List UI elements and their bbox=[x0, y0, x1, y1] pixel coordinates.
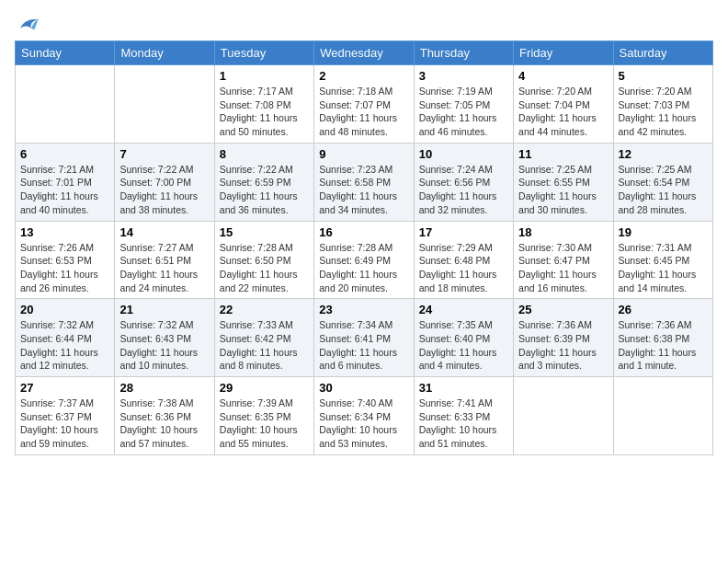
day-number: 28 bbox=[119, 381, 209, 395]
weekday-header: Monday bbox=[115, 41, 214, 65]
weekday-header: Saturday bbox=[613, 41, 712, 65]
calendar-cell: 13Sunrise: 7:26 AM Sunset: 6:53 PM Dayli… bbox=[16, 221, 115, 299]
calendar-cell: 24Sunrise: 7:35 AM Sunset: 6:40 PM Dayli… bbox=[414, 299, 513, 377]
weekday-header: Wednesday bbox=[314, 41, 414, 65]
day-number: 5 bbox=[619, 69, 708, 83]
day-number: 15 bbox=[220, 225, 309, 239]
weekday-header: Tuesday bbox=[214, 41, 313, 65]
calendar-cell: 7Sunrise: 7:22 AM Sunset: 7:00 PM Daylig… bbox=[115, 143, 214, 221]
calendar-cell: 29Sunrise: 7:39 AM Sunset: 6:35 PM Dayli… bbox=[214, 377, 313, 455]
calendar-cell: 4Sunrise: 7:20 AM Sunset: 7:04 PM Daylig… bbox=[514, 65, 613, 144]
calendar-cell: 18Sunrise: 7:30 AM Sunset: 6:47 PM Dayli… bbox=[514, 221, 613, 299]
calendar-cell bbox=[16, 65, 115, 144]
calendar-cell: 11Sunrise: 7:25 AM Sunset: 6:55 PM Dayli… bbox=[514, 143, 613, 221]
calendar-cell: 17Sunrise: 7:29 AM Sunset: 6:48 PM Dayli… bbox=[414, 221, 513, 299]
day-number: 29 bbox=[220, 381, 309, 395]
day-number: 3 bbox=[419, 69, 508, 83]
day-number: 14 bbox=[119, 225, 209, 239]
weekday-header: Sunday bbox=[16, 41, 115, 65]
calendar-cell: 26Sunrise: 7:36 AM Sunset: 6:38 PM Dayli… bbox=[613, 299, 712, 377]
cell-content: Sunrise: 7:23 AM Sunset: 6:58 PM Dayligh… bbox=[319, 163, 408, 217]
cell-content: Sunrise: 7:24 AM Sunset: 6:56 PM Dayligh… bbox=[419, 163, 508, 217]
calendar-cell: 16Sunrise: 7:28 AM Sunset: 6:49 PM Dayli… bbox=[314, 221, 414, 299]
cell-content: Sunrise: 7:38 AM Sunset: 6:36 PM Dayligh… bbox=[119, 396, 209, 451]
cell-content: Sunrise: 7:37 AM Sunset: 6:37 PM Dayligh… bbox=[20, 396, 109, 451]
day-number: 21 bbox=[119, 303, 209, 316]
calendar-cell: 19Sunrise: 7:31 AM Sunset: 6:45 PM Dayli… bbox=[613, 221, 712, 299]
logo bbox=[15, 15, 39, 33]
cell-content: Sunrise: 7:18 AM Sunset: 7:07 PM Dayligh… bbox=[319, 85, 408, 139]
calendar-cell: 28Sunrise: 7:38 AM Sunset: 6:36 PM Dayli… bbox=[115, 377, 214, 455]
weekday-header: Friday bbox=[514, 41, 613, 65]
cell-content: Sunrise: 7:22 AM Sunset: 6:59 PM Dayligh… bbox=[220, 163, 309, 217]
day-number: 4 bbox=[518, 69, 608, 83]
cell-content: Sunrise: 7:35 AM Sunset: 6:40 PM Dayligh… bbox=[419, 318, 508, 373]
cell-content: Sunrise: 7:28 AM Sunset: 6:50 PM Dayligh… bbox=[220, 241, 309, 295]
cell-content: Sunrise: 7:17 AM Sunset: 7:08 PM Dayligh… bbox=[220, 85, 309, 139]
cell-content: Sunrise: 7:31 AM Sunset: 6:45 PM Dayligh… bbox=[619, 241, 708, 295]
day-number: 17 bbox=[419, 225, 508, 239]
calendar-cell: 14Sunrise: 7:27 AM Sunset: 6:51 PM Dayli… bbox=[115, 221, 214, 299]
day-number: 13 bbox=[20, 225, 109, 239]
calendar-cell: 5Sunrise: 7:20 AM Sunset: 7:03 PM Daylig… bbox=[613, 65, 712, 144]
cell-content: Sunrise: 7:22 AM Sunset: 7:00 PM Dayligh… bbox=[119, 163, 209, 217]
day-number: 24 bbox=[419, 303, 508, 316]
calendar-header-row: SundayMondayTuesdayWednesdayThursdayFrid… bbox=[16, 41, 713, 65]
day-number: 9 bbox=[319, 147, 408, 161]
calendar-cell bbox=[613, 377, 712, 455]
calendar-cell: 2Sunrise: 7:18 AM Sunset: 7:07 PM Daylig… bbox=[314, 65, 414, 144]
day-number: 19 bbox=[619, 225, 708, 239]
cell-content: Sunrise: 7:25 AM Sunset: 6:55 PM Dayligh… bbox=[518, 163, 608, 217]
calendar-cell bbox=[514, 377, 613, 455]
day-number: 31 bbox=[419, 381, 508, 395]
calendar-cell: 1Sunrise: 7:17 AM Sunset: 7:08 PM Daylig… bbox=[214, 65, 313, 144]
cell-content: Sunrise: 7:41 AM Sunset: 6:33 PM Dayligh… bbox=[419, 396, 508, 451]
calendar-cell: 22Sunrise: 7:33 AM Sunset: 6:42 PM Dayli… bbox=[214, 299, 313, 377]
cell-content: Sunrise: 7:33 AM Sunset: 6:42 PM Dayligh… bbox=[220, 318, 309, 373]
day-number: 25 bbox=[518, 303, 608, 316]
calendar-cell: 10Sunrise: 7:24 AM Sunset: 6:56 PM Dayli… bbox=[414, 143, 513, 221]
calendar-cell: 25Sunrise: 7:36 AM Sunset: 6:39 PM Dayli… bbox=[514, 299, 613, 377]
calendar-week-row: 6Sunrise: 7:21 AM Sunset: 7:01 PM Daylig… bbox=[16, 143, 713, 221]
cell-content: Sunrise: 7:40 AM Sunset: 6:34 PM Dayligh… bbox=[319, 396, 408, 451]
cell-content: Sunrise: 7:19 AM Sunset: 7:05 PM Dayligh… bbox=[419, 85, 508, 139]
cell-content: Sunrise: 7:30 AM Sunset: 6:47 PM Dayligh… bbox=[518, 241, 608, 295]
calendar-week-row: 1Sunrise: 7:17 AM Sunset: 7:08 PM Daylig… bbox=[16, 65, 713, 144]
calendar-table: SundayMondayTuesdayWednesdayThursdayFrid… bbox=[15, 40, 713, 455]
calendar-cell bbox=[115, 65, 214, 144]
calendar-cell: 6Sunrise: 7:21 AM Sunset: 7:01 PM Daylig… bbox=[16, 143, 115, 221]
day-number: 26 bbox=[619, 303, 708, 316]
day-number: 2 bbox=[319, 69, 408, 83]
cell-content: Sunrise: 7:39 AM Sunset: 6:35 PM Dayligh… bbox=[220, 396, 309, 451]
cell-content: Sunrise: 7:29 AM Sunset: 6:48 PM Dayligh… bbox=[419, 241, 508, 295]
cell-content: Sunrise: 7:32 AM Sunset: 6:44 PM Dayligh… bbox=[20, 318, 109, 373]
day-number: 20 bbox=[20, 303, 109, 316]
cell-content: Sunrise: 7:28 AM Sunset: 6:49 PM Dayligh… bbox=[319, 241, 408, 295]
logo-bird-icon bbox=[17, 15, 39, 33]
calendar-cell: 9Sunrise: 7:23 AM Sunset: 6:58 PM Daylig… bbox=[314, 143, 414, 221]
calendar-week-row: 27Sunrise: 7:37 AM Sunset: 6:37 PM Dayli… bbox=[16, 377, 713, 455]
page-header bbox=[15, 15, 713, 33]
day-number: 12 bbox=[619, 147, 708, 161]
calendar-cell: 23Sunrise: 7:34 AM Sunset: 6:41 PM Dayli… bbox=[314, 299, 414, 377]
cell-content: Sunrise: 7:36 AM Sunset: 6:39 PM Dayligh… bbox=[518, 318, 608, 373]
cell-content: Sunrise: 7:20 AM Sunset: 7:03 PM Dayligh… bbox=[619, 85, 708, 139]
day-number: 11 bbox=[518, 147, 608, 161]
cell-content: Sunrise: 7:36 AM Sunset: 6:38 PM Dayligh… bbox=[619, 318, 708, 373]
calendar-cell: 8Sunrise: 7:22 AM Sunset: 6:59 PM Daylig… bbox=[214, 143, 313, 221]
day-number: 22 bbox=[220, 303, 309, 316]
calendar-cell: 20Sunrise: 7:32 AM Sunset: 6:44 PM Dayli… bbox=[16, 299, 115, 377]
cell-content: Sunrise: 7:27 AM Sunset: 6:51 PM Dayligh… bbox=[119, 241, 209, 295]
cell-content: Sunrise: 7:26 AM Sunset: 6:53 PM Dayligh… bbox=[20, 241, 109, 295]
day-number: 6 bbox=[20, 147, 109, 161]
weekday-header: Thursday bbox=[414, 41, 513, 65]
day-number: 30 bbox=[319, 381, 408, 395]
cell-content: Sunrise: 7:21 AM Sunset: 7:01 PM Dayligh… bbox=[20, 163, 109, 217]
calendar-cell: 3Sunrise: 7:19 AM Sunset: 7:05 PM Daylig… bbox=[414, 65, 513, 144]
cell-content: Sunrise: 7:32 AM Sunset: 6:43 PM Dayligh… bbox=[119, 318, 209, 373]
calendar-week-row: 20Sunrise: 7:32 AM Sunset: 6:44 PM Dayli… bbox=[16, 299, 713, 377]
day-number: 8 bbox=[220, 147, 309, 161]
calendar-cell: 31Sunrise: 7:41 AM Sunset: 6:33 PM Dayli… bbox=[414, 377, 513, 455]
calendar-cell: 15Sunrise: 7:28 AM Sunset: 6:50 PM Dayli… bbox=[214, 221, 313, 299]
day-number: 7 bbox=[119, 147, 209, 161]
